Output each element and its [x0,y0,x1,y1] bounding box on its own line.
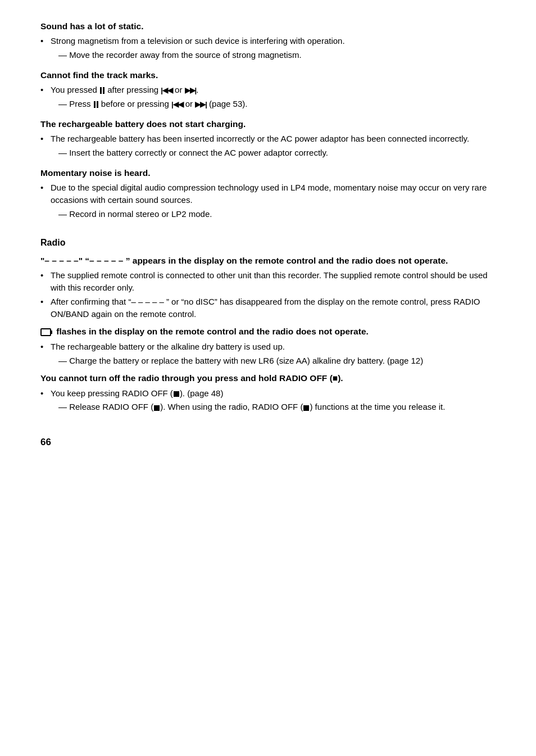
radio-title: Radio [40,236,496,249]
pause-icon [100,87,105,94]
indent-battery-1: — Insert the battery correctly or connec… [40,147,496,159]
prev-icon-2: |◀◀ [171,99,183,110]
stop-icon-1 [174,391,179,397]
heading-radio-off: You cannot turn off the radio through yo… [40,372,496,384]
heading-noise: Momentary noise is heard. [40,167,496,179]
indent-track-1: — Press before or pressing |◀◀ or ▶▶| (p… [40,98,496,110]
bullets-radio-off: You keep pressing RADIO OFF (). (page 48… [40,387,496,400]
page-number: 66 [40,436,496,450]
heading-battery: The rechargeable battery does not start … [40,118,496,130]
heading-static: Sound has a lot of static. [40,20,496,33]
prev-icon: |◀◀ [161,85,172,96]
bullet-track-1: You pressed after pressing |◀◀ or ▶▶|. [40,84,496,96]
bullet-battery-flash-1: The rechargeable battery or the alkaline… [40,341,496,353]
stop-icon-3 [303,405,309,411]
bullet-static-1: Strong magnetism from a television or su… [40,35,496,47]
heading-track-marks: Cannot find the track marks. [40,69,496,82]
bullets-battery-flash: The rechargeable battery or the alkaline… [40,341,496,353]
bullets-dashes: The supplied remote control is connected… [40,269,496,320]
heading-dashes: "– – – – –" “– – – – – ” appears in the … [40,255,496,267]
bullet-dashes-1: The supplied remote control is connected… [40,269,496,294]
bullets-battery: The rechargeable battery has been insert… [40,133,496,145]
indent-radio-off-1: — Release RADIO OFF (). When using the r… [40,401,496,413]
bullets-static: Strong magnetism from a television or su… [40,35,496,47]
indent-noise-1: — Record in normal stereo or LP2 mode. [40,208,496,220]
page-content: Sound has a lot of static. Strong magnet… [40,20,496,450]
bullets-noise: Due to the special digital audio compres… [40,182,496,206]
stop-icon-2 [154,405,160,411]
next-icon-2: ▶▶| [195,99,207,110]
bullet-dashes-2: After confirming that “– – – – – ” or “n… [40,296,496,320]
bullet-battery-1: The rechargeable battery has been insert… [40,133,496,145]
indent-battery-flash-1: — Charge the battery or replace the batt… [40,355,496,367]
next-icon: ▶▶| [185,85,197,96]
bullet-radio-off-1: You keep pressing RADIO OFF (). (page 48… [40,387,496,400]
bullet-noise-1: Due to the special digital audio compres… [40,182,496,206]
battery-flash-icon [40,328,53,336]
pause-icon-2 [94,101,98,108]
svg-rect-0 [41,329,51,336]
heading-battery-flash: flashes in the display on the remote con… [40,325,496,338]
bullets-track-marks: You pressed after pressing |◀◀ or ▶▶|. [40,84,496,96]
svg-rect-1 [51,331,52,334]
indent-static-1: — Move the recorder away from the source… [40,49,496,61]
